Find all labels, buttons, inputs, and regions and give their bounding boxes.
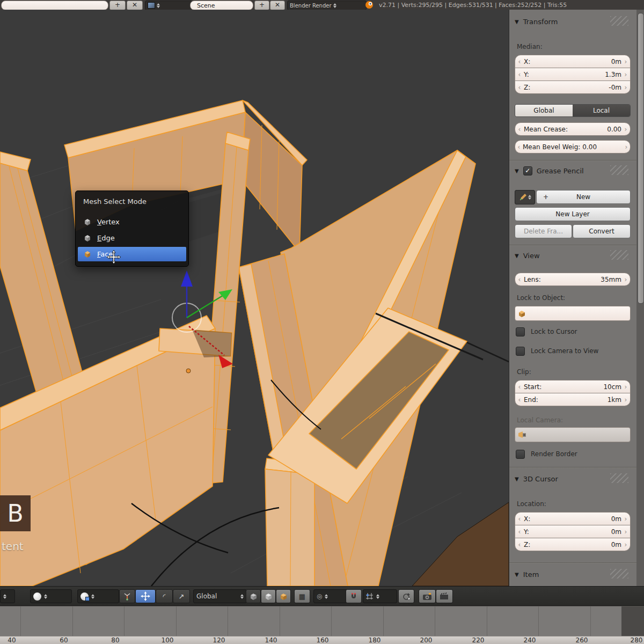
frame-label: 100 [162,636,174,644]
grease-pencil-section-header[interactable]: ▼ ✓ Grease Pencil [515,165,628,176]
manipulator-toggle-button[interactable] [119,589,135,603]
frame-label: 200 [420,636,433,644]
render-opengl-button[interactable] [419,589,436,603]
select-mode-edge[interactable]: Edge [78,231,186,245]
median-z-field[interactable]: ‹Z:-0m› [515,81,630,93]
grease-pencil-brush-dropdown[interactable] [515,190,535,204]
select-mode-vertex[interactable]: Vertex [78,215,186,229]
collapse-triangle-icon: ▼ [515,476,519,482]
proportional-circle-icon: ◎ [317,592,322,600]
select-mode-face[interactable]: Face [78,247,186,261]
cursor-y-field[interactable]: ‹Y:0m› [515,525,630,538]
snap-increment-icon [366,592,374,600]
translate-manipulator-button[interactable] [135,589,156,603]
frame-label: 280 [631,636,643,644]
collapse-triangle-icon: ▼ [515,168,519,174]
snap-target-button[interactable] [398,589,414,603]
view-section-header[interactable]: ▼ View [515,250,628,261]
scene-browse-dropdown[interactable] [145,1,192,10]
panel-scrollbar[interactable] [636,10,644,586]
chevron-updown-icon [325,594,328,599]
frame-label: 40 [8,636,16,644]
timeline-frame-scrollbar[interactable]: 40 60 80 100 120 140 160 180 200 220 240… [0,636,644,644]
scrollbar-thumb[interactable] [638,13,644,304]
origin-point [186,369,191,373]
cursor3d-section-header[interactable]: ▼ 3D Cursor [515,473,628,484]
item-section-header[interactable]: ▼ Item [515,569,628,580]
cursor-x-field[interactable]: ‹X:0m› [515,513,630,525]
median-x-field[interactable]: ‹X:0m› [515,55,630,68]
lock-camera-checkbox[interactable] [516,347,525,356]
render-animation-button[interactable] [436,589,453,603]
section-divider [509,562,637,564]
grease-pencil-new-button[interactable]: + New [536,190,631,204]
camera-icon [518,431,526,438]
scene-datablock-icon [148,2,155,9]
mean-bevel-weight-field[interactable]: ‹Mean Bevel Weig:0.00› [515,140,631,153]
magnet-icon [350,592,357,600]
face-select-button[interactable] [276,589,291,603]
chevron-updown-icon [240,594,244,599]
cursor-z-field[interactable]: ‹Z:0m› [515,538,630,551]
scale-manipulator-button[interactable]: ↗ [173,589,190,603]
edge-select-button[interactable] [261,589,276,603]
lock-object-field[interactable] [515,306,631,321]
popup-item-label: Edge [97,234,115,242]
vertex-select-button[interactable] [246,589,261,603]
add-scene-button[interactable]: + [254,1,269,10]
render-border-checkbox[interactable] [516,450,525,459]
local-button[interactable]: Local [573,105,630,116]
camera-render-icon [423,593,431,600]
chevron-updown-icon [91,594,94,599]
mean-crease-field[interactable]: ‹Mean Crease:0.00› [515,122,631,136]
properties-panel: ▼ Transform Median: ‹X:0m› ‹Y:1.3m› ‹Z:-… [509,10,637,586]
snap-element-dropdown[interactable] [363,589,397,603]
snap-toggle-button[interactable] [346,589,362,603]
orientation-dropdown[interactable]: Global [193,589,247,603]
grease-pencil-checkbox[interactable]: ✓ [523,166,532,175]
decrement-arrow-icon[interactable]: ‹ [515,58,524,65]
increment-arrow-icon[interactable]: › [621,84,630,91]
frame-label: 120 [213,636,225,644]
face-cube-icon [83,250,92,259]
collapse-triangle-icon: ▼ [515,19,519,25]
increment-arrow-icon[interactable]: › [621,71,630,78]
rotate-manipulator-button[interactable]: ◜ [156,589,173,603]
median-y-field[interactable]: ‹Y:1.3m› [515,68,630,80]
chevron-updown-icon [528,195,531,200]
local-camera-field[interactable] [515,427,631,442]
convert-button[interactable]: Convert [573,224,631,238]
lens-field[interactable]: ‹Lens:35mm› [515,273,631,286]
screen-layout-field[interactable] [1,1,108,10]
section-divider [509,160,637,161]
increment-arrow-icon[interactable]: › [621,58,630,65]
blender-logo [364,0,374,10]
frame-label: 80 [111,636,119,644]
viewport-3d[interactable]: Mesh Select Mode Vertex Edge Face B tent [0,10,509,586]
clip-end-field[interactable]: ‹End:1km› [515,393,630,406]
global-button[interactable]: Global [515,105,573,116]
delete-screen-button[interactable]: ✕ [127,1,143,10]
proportional-edit-dropdown[interactable]: ◎ [313,589,348,603]
scene-name-field[interactable]: Scene [190,1,253,10]
check-icon: ✓ [525,167,530,174]
viewport-shading-dropdown[interactable] [30,589,72,603]
pivot-point-dropdown[interactable] [77,589,119,603]
decrement-arrow-icon[interactable]: ‹ [515,84,524,91]
timeline-track[interactable] [0,606,644,636]
add-screen-button[interactable]: + [109,1,126,10]
occlude-geometry-button[interactable]: ▦ [294,589,310,603]
lock-to-cursor-checkbox[interactable] [516,327,525,336]
viewport-scene [0,10,509,586]
clip-start-field[interactable]: ‹Start:10cm› [515,380,630,393]
delete-scene-button[interactable]: ✕ [270,1,285,10]
clip-label: Clip: [517,368,531,376]
rotate-arc-icon: ◜ [163,592,165,601]
transform-section-header[interactable]: ▼ Transform [515,16,628,27]
clipped-dropdown[interactable] [0,589,15,603]
new-layer-button[interactable]: New Layer [515,207,631,221]
delete-frame-button[interactable]: Delete Fra... [515,224,572,238]
render-engine-dropdown[interactable]: Blender Render [287,1,367,10]
local-camera-label: Local Camera: [517,416,563,424]
decrement-arrow-icon[interactable]: ‹ [515,71,524,78]
